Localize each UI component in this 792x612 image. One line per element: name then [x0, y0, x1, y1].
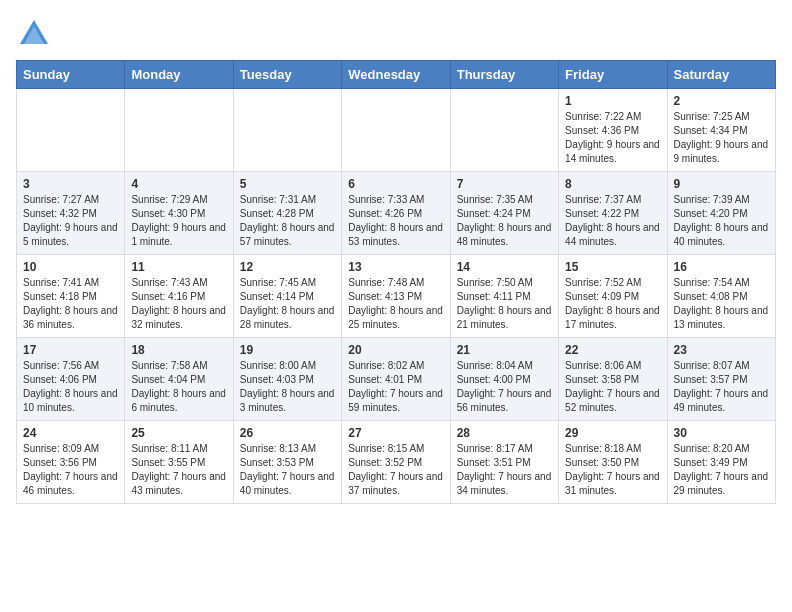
day-number: 14 [457, 260, 552, 274]
day-number: 3 [23, 177, 118, 191]
day-info: Sunrise: 8:04 AM Sunset: 4:00 PM Dayligh… [457, 359, 552, 415]
calendar-day-cell: 13Sunrise: 7:48 AM Sunset: 4:13 PM Dayli… [342, 255, 450, 338]
calendar-day-cell: 28Sunrise: 8:17 AM Sunset: 3:51 PM Dayli… [450, 421, 558, 504]
calendar-day-cell [233, 89, 341, 172]
calendar-day-cell: 17Sunrise: 7:56 AM Sunset: 4:06 PM Dayli… [17, 338, 125, 421]
calendar-week-row: 1Sunrise: 7:22 AM Sunset: 4:36 PM Daylig… [17, 89, 776, 172]
calendar-day-cell: 14Sunrise: 7:50 AM Sunset: 4:11 PM Dayli… [450, 255, 558, 338]
calendar-day-cell: 30Sunrise: 8:20 AM Sunset: 3:49 PM Dayli… [667, 421, 775, 504]
page-header [16, 16, 776, 52]
day-info: Sunrise: 8:06 AM Sunset: 3:58 PM Dayligh… [565, 359, 660, 415]
calendar-header-cell: Tuesday [233, 61, 341, 89]
calendar-day-cell: 21Sunrise: 8:04 AM Sunset: 4:00 PM Dayli… [450, 338, 558, 421]
calendar-day-cell: 8Sunrise: 7:37 AM Sunset: 4:22 PM Daylig… [559, 172, 667, 255]
calendar-table: SundayMondayTuesdayWednesdayThursdayFrid… [16, 60, 776, 504]
calendar-day-cell: 16Sunrise: 7:54 AM Sunset: 4:08 PM Dayli… [667, 255, 775, 338]
calendar-day-cell: 1Sunrise: 7:22 AM Sunset: 4:36 PM Daylig… [559, 89, 667, 172]
day-number: 8 [565, 177, 660, 191]
calendar-week-row: 17Sunrise: 7:56 AM Sunset: 4:06 PM Dayli… [17, 338, 776, 421]
calendar-day-cell: 18Sunrise: 7:58 AM Sunset: 4:04 PM Dayli… [125, 338, 233, 421]
day-number: 1 [565, 94, 660, 108]
day-number: 29 [565, 426, 660, 440]
day-number: 18 [131, 343, 226, 357]
day-number: 13 [348, 260, 443, 274]
day-info: Sunrise: 8:20 AM Sunset: 3:49 PM Dayligh… [674, 442, 769, 498]
day-number: 25 [131, 426, 226, 440]
day-info: Sunrise: 7:58 AM Sunset: 4:04 PM Dayligh… [131, 359, 226, 415]
day-info: Sunrise: 8:11 AM Sunset: 3:55 PM Dayligh… [131, 442, 226, 498]
day-number: 10 [23, 260, 118, 274]
day-info: Sunrise: 7:50 AM Sunset: 4:11 PM Dayligh… [457, 276, 552, 332]
day-info: Sunrise: 7:48 AM Sunset: 4:13 PM Dayligh… [348, 276, 443, 332]
day-info: Sunrise: 8:17 AM Sunset: 3:51 PM Dayligh… [457, 442, 552, 498]
calendar-day-cell: 20Sunrise: 8:02 AM Sunset: 4:01 PM Dayli… [342, 338, 450, 421]
day-info: Sunrise: 8:15 AM Sunset: 3:52 PM Dayligh… [348, 442, 443, 498]
day-info: Sunrise: 8:07 AM Sunset: 3:57 PM Dayligh… [674, 359, 769, 415]
day-info: Sunrise: 7:29 AM Sunset: 4:30 PM Dayligh… [131, 193, 226, 249]
calendar-day-cell: 27Sunrise: 8:15 AM Sunset: 3:52 PM Dayli… [342, 421, 450, 504]
calendar-day-cell: 25Sunrise: 8:11 AM Sunset: 3:55 PM Dayli… [125, 421, 233, 504]
day-info: Sunrise: 7:35 AM Sunset: 4:24 PM Dayligh… [457, 193, 552, 249]
calendar-day-cell: 4Sunrise: 7:29 AM Sunset: 4:30 PM Daylig… [125, 172, 233, 255]
day-number: 4 [131, 177, 226, 191]
calendar-day-cell: 2Sunrise: 7:25 AM Sunset: 4:34 PM Daylig… [667, 89, 775, 172]
day-info: Sunrise: 7:25 AM Sunset: 4:34 PM Dayligh… [674, 110, 769, 166]
day-number: 20 [348, 343, 443, 357]
day-number: 19 [240, 343, 335, 357]
calendar-header: SundayMondayTuesdayWednesdayThursdayFrid… [17, 61, 776, 89]
day-number: 17 [23, 343, 118, 357]
calendar-header-cell: Thursday [450, 61, 558, 89]
day-info: Sunrise: 7:52 AM Sunset: 4:09 PM Dayligh… [565, 276, 660, 332]
calendar-day-cell: 5Sunrise: 7:31 AM Sunset: 4:28 PM Daylig… [233, 172, 341, 255]
day-number: 16 [674, 260, 769, 274]
calendar-day-cell: 19Sunrise: 8:00 AM Sunset: 4:03 PM Dayli… [233, 338, 341, 421]
day-info: Sunrise: 7:45 AM Sunset: 4:14 PM Dayligh… [240, 276, 335, 332]
calendar-week-row: 24Sunrise: 8:09 AM Sunset: 3:56 PM Dayli… [17, 421, 776, 504]
day-number: 28 [457, 426, 552, 440]
calendar-day-cell [17, 89, 125, 172]
day-number: 27 [348, 426, 443, 440]
calendar-day-cell [450, 89, 558, 172]
calendar-day-cell: 10Sunrise: 7:41 AM Sunset: 4:18 PM Dayli… [17, 255, 125, 338]
calendar-day-cell: 23Sunrise: 8:07 AM Sunset: 3:57 PM Dayli… [667, 338, 775, 421]
day-info: Sunrise: 7:31 AM Sunset: 4:28 PM Dayligh… [240, 193, 335, 249]
calendar-week-row: 3Sunrise: 7:27 AM Sunset: 4:32 PM Daylig… [17, 172, 776, 255]
day-info: Sunrise: 8:02 AM Sunset: 4:01 PM Dayligh… [348, 359, 443, 415]
day-info: Sunrise: 7:41 AM Sunset: 4:18 PM Dayligh… [23, 276, 118, 332]
calendar-day-cell [125, 89, 233, 172]
day-number: 5 [240, 177, 335, 191]
calendar-day-cell: 7Sunrise: 7:35 AM Sunset: 4:24 PM Daylig… [450, 172, 558, 255]
day-info: Sunrise: 7:37 AM Sunset: 4:22 PM Dayligh… [565, 193, 660, 249]
calendar-header-cell: Sunday [17, 61, 125, 89]
calendar-day-cell [342, 89, 450, 172]
day-info: Sunrise: 8:00 AM Sunset: 4:03 PM Dayligh… [240, 359, 335, 415]
calendar-header-cell: Saturday [667, 61, 775, 89]
day-number: 2 [674, 94, 769, 108]
day-number: 11 [131, 260, 226, 274]
day-number: 12 [240, 260, 335, 274]
day-number: 6 [348, 177, 443, 191]
calendar-day-cell: 22Sunrise: 8:06 AM Sunset: 3:58 PM Dayli… [559, 338, 667, 421]
day-info: Sunrise: 8:18 AM Sunset: 3:50 PM Dayligh… [565, 442, 660, 498]
calendar-header-cell: Wednesday [342, 61, 450, 89]
day-info: Sunrise: 7:56 AM Sunset: 4:06 PM Dayligh… [23, 359, 118, 415]
day-number: 7 [457, 177, 552, 191]
day-number: 15 [565, 260, 660, 274]
calendar-day-cell: 3Sunrise: 7:27 AM Sunset: 4:32 PM Daylig… [17, 172, 125, 255]
calendar-header-cell: Monday [125, 61, 233, 89]
calendar-day-cell: 24Sunrise: 8:09 AM Sunset: 3:56 PM Dayli… [17, 421, 125, 504]
day-info: Sunrise: 7:27 AM Sunset: 4:32 PM Dayligh… [23, 193, 118, 249]
calendar-day-cell: 15Sunrise: 7:52 AM Sunset: 4:09 PM Dayli… [559, 255, 667, 338]
day-info: Sunrise: 8:13 AM Sunset: 3:53 PM Dayligh… [240, 442, 335, 498]
day-number: 22 [565, 343, 660, 357]
calendar-day-cell: 29Sunrise: 8:18 AM Sunset: 3:50 PM Dayli… [559, 421, 667, 504]
logo [16, 16, 56, 52]
day-info: Sunrise: 7:43 AM Sunset: 4:16 PM Dayligh… [131, 276, 226, 332]
day-number: 30 [674, 426, 769, 440]
calendar-day-cell: 9Sunrise: 7:39 AM Sunset: 4:20 PM Daylig… [667, 172, 775, 255]
calendar-header-cell: Friday [559, 61, 667, 89]
calendar-week-row: 10Sunrise: 7:41 AM Sunset: 4:18 PM Dayli… [17, 255, 776, 338]
calendar-day-cell: 26Sunrise: 8:13 AM Sunset: 3:53 PM Dayli… [233, 421, 341, 504]
day-number: 9 [674, 177, 769, 191]
day-info: Sunrise: 8:09 AM Sunset: 3:56 PM Dayligh… [23, 442, 118, 498]
